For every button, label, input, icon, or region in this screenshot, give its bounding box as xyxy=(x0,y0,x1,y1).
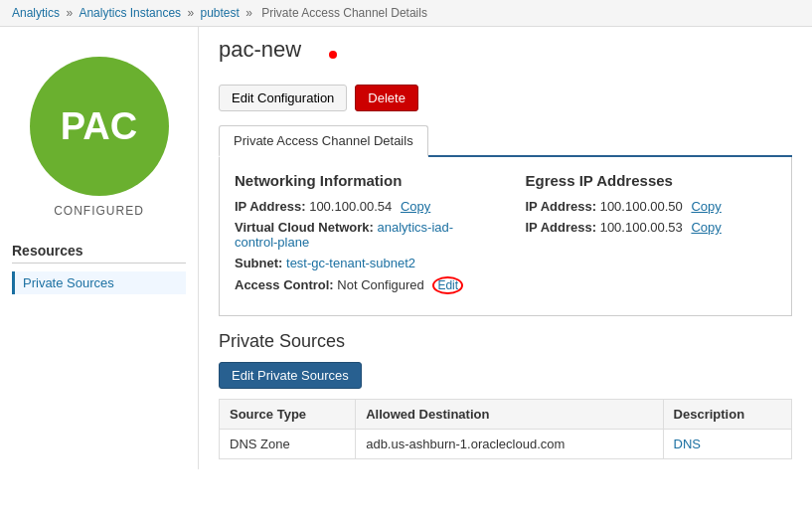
networking-column: Networking Information IP Address: 100.1… xyxy=(235,172,486,300)
sources-table: Source Type Allowed Destination Descript… xyxy=(219,399,792,459)
page-title: pac-new xyxy=(219,37,301,63)
egress-ip1-copy-link[interactable]: Copy xyxy=(691,199,721,214)
egress-ip2-row: IP Address: 100.100.00.53 Copy xyxy=(526,220,777,235)
red-dot-indicator xyxy=(329,51,337,59)
access-control-value: Not Configured xyxy=(337,277,423,292)
ip-address-row: IP Address: 100.100.00.54 Copy xyxy=(235,199,486,214)
sidebar: PAC CONFIGURED Resources Private Sources xyxy=(0,27,199,469)
tab-private-access-channel-details[interactable]: Private Access Channel Details xyxy=(219,125,428,157)
private-sources-heading: Private Sources xyxy=(219,331,792,352)
egress-ip1-label: IP Address: xyxy=(526,199,597,214)
access-control-row: Access Control: Not Configured Edit xyxy=(235,276,486,294)
table-row: DNS Zone adb.us-ashburn-1.oraclecloud.co… xyxy=(220,430,792,459)
access-control-edit-link[interactable]: Edit xyxy=(432,276,463,294)
col-description: Description xyxy=(663,400,791,430)
egress-ip2-copy-link[interactable]: Copy xyxy=(691,220,721,235)
ip-address-value: 100.100.00.54 xyxy=(309,199,392,214)
egress-ip2-label: IP Address: xyxy=(526,220,597,235)
breadcrumb-analytics-instances[interactable]: Analytics Instances xyxy=(79,6,181,20)
vcn-label: Virtual Cloud Network: xyxy=(235,220,374,235)
subnet-label: Subnet: xyxy=(235,256,282,270)
action-buttons: Edit Configuration Delete xyxy=(219,85,792,111)
table-header-row: Source Type Allowed Destination Descript… xyxy=(220,400,792,430)
col-allowed-destination: Allowed Destination xyxy=(356,400,663,430)
resources-heading: Resources xyxy=(12,243,186,264)
egress-ip1-row: IP Address: 100.100.00.50 Copy xyxy=(526,199,777,214)
egress-ip1-value: 100.100.00.50 xyxy=(600,199,683,214)
details-grid: Networking Information IP Address: 100.1… xyxy=(235,172,776,300)
egress-column: Egress IP Addresses IP Address: 100.100.… xyxy=(526,172,777,300)
tab-container: Private Access Channel Details xyxy=(219,125,792,157)
pac-logo-area: PAC CONFIGURED xyxy=(0,37,198,228)
details-panel: Networking Information IP Address: 100.1… xyxy=(219,157,792,316)
description-cell: DNS xyxy=(663,430,791,459)
breadcrumb: Analytics » Analytics Instances » pubtes… xyxy=(0,0,812,27)
title-row: pac-new xyxy=(219,37,792,73)
col-source-type: Source Type xyxy=(220,400,356,430)
ip-address-copy-link[interactable]: Copy xyxy=(401,199,430,214)
breadcrumb-pubtest[interactable]: pubtest xyxy=(200,6,239,20)
subnet-value: test-gc-tenant-subnet2 xyxy=(286,256,415,270)
pac-circle: PAC xyxy=(30,57,169,196)
edit-private-sources-button[interactable]: Edit Private Sources xyxy=(219,362,362,389)
main-content: pac-new Edit Configuration Delete Privat… xyxy=(199,27,812,469)
breadcrumb-current: Private Access Channel Details xyxy=(261,6,427,20)
description-link[interactable]: DNS xyxy=(674,437,701,451)
delete-button[interactable]: Delete xyxy=(355,85,418,111)
private-sources-section: Private Sources Edit Private Sources Sou… xyxy=(219,331,792,459)
vcn-row: Virtual Cloud Network: analytics-iad-con… xyxy=(235,220,486,250)
networking-heading: Networking Information xyxy=(235,172,486,189)
allowed-destination-cell: adb.us-ashburn-1.oraclecloud.com xyxy=(356,430,663,459)
sources-table-body: DNS Zone adb.us-ashburn-1.oraclecloud.co… xyxy=(220,430,792,459)
access-control-label: Access Control: xyxy=(235,277,334,292)
sources-table-header: Source Type Allowed Destination Descript… xyxy=(220,400,792,430)
subnet-link[interactable]: test-gc-tenant-subnet2 xyxy=(286,256,415,270)
status-badge: CONFIGURED xyxy=(54,204,144,218)
resources-section: Resources Private Sources xyxy=(0,228,198,299)
source-type-cell: DNS Zone xyxy=(220,430,356,459)
ip-address-label: IP Address: xyxy=(235,199,306,214)
pac-logo-text: PAC xyxy=(61,105,137,148)
sidebar-item-private-sources[interactable]: Private Sources xyxy=(12,271,186,294)
egress-ip2-value: 100.100.00.53 xyxy=(600,220,683,235)
subnet-row: Subnet: test-gc-tenant-subnet2 xyxy=(235,256,486,270)
edit-configuration-button[interactable]: Edit Configuration xyxy=(219,85,347,111)
egress-heading: Egress IP Addresses xyxy=(526,172,777,189)
breadcrumb-analytics[interactable]: Analytics xyxy=(12,6,60,20)
